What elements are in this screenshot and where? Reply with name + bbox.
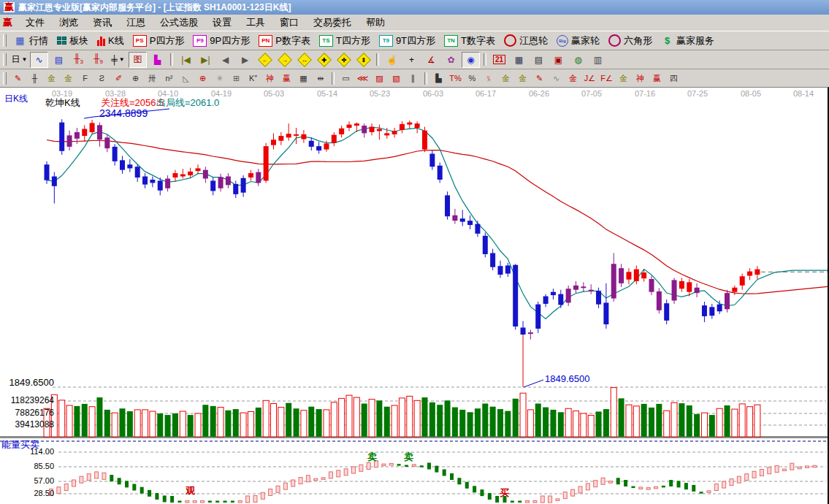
toolbar-button-t-number[interactable]: TNT数字表: [440, 34, 500, 48]
j-angle-button[interactable]: J∠: [581, 71, 598, 85]
percent-button[interactable]: %: [464, 71, 481, 85]
web-tool-button[interactable]: ⊞: [228, 71, 245, 85]
calendar-21-button[interactable]: 21: [490, 52, 508, 68]
toolbar-button-quotes[interactable]: ▦行情: [9, 34, 53, 48]
brush-tool-button[interactable]: ✐: [110, 71, 127, 85]
toolbar-button-winner-wheel[interactable]: Big赢家轮: [552, 34, 604, 48]
calculator-button[interactable]: ▦: [510, 52, 528, 68]
gold-red-button[interactable]: 金: [565, 71, 581, 85]
grid-small-button[interactable]: 卅: [144, 71, 161, 85]
candle-3-button[interactable]: ╫3: [69, 52, 88, 68]
menu-0[interactable]: 文件: [18, 15, 52, 29]
menu-5[interactable]: 设置: [205, 15, 239, 29]
angle-a-button[interactable]: ◺: [177, 71, 194, 85]
fan-lines-button[interactable]: ⋘: [354, 71, 371, 85]
printer-button[interactable]: ▥: [589, 52, 607, 68]
f-grid-button[interactable]: F: [77, 71, 93, 85]
info-panel-icon: ▤: [55, 55, 63, 65]
span-arrow-button[interactable]: ⇹: [312, 71, 329, 85]
toolbar-button-9t-square[interactable]: T99T四方形: [375, 34, 440, 48]
toolbar-button-kline[interactable]: K线: [93, 34, 129, 48]
zoom-horizontal-button[interactable]: ↔: [295, 52, 313, 68]
candle-9-button[interactable]: ╫9: [89, 52, 107, 68]
toolbar-separator: [332, 72, 335, 85]
go-next-button[interactable]: ▶: [236, 52, 254, 68]
gold-grid-1-button[interactable]: 金: [43, 71, 60, 85]
hand-tool-button[interactable]: ☝: [383, 52, 401, 68]
toolbar-button-winner-service[interactable]: $赢家服务: [657, 34, 719, 48]
save-disk-button[interactable]: ▣: [549, 52, 568, 68]
crosshair-tool-button[interactable]: +: [402, 52, 421, 68]
shen-tool-button[interactable]: 神: [261, 71, 278, 85]
go-prev-button[interactable]: ◀: [216, 52, 234, 68]
menu-7[interactable]: 窗口: [272, 15, 306, 29]
flower-tool-button[interactable]: ✿: [442, 52, 460, 68]
percent-lines-icon: ﹪: [485, 73, 493, 84]
percent-lines-button[interactable]: ﹪: [481, 71, 497, 85]
star-tool-button[interactable]: ✳: [211, 71, 228, 85]
menu-4[interactable]: 公式选股: [153, 15, 205, 29]
zoom-in-button[interactable]: ✚: [315, 52, 333, 68]
n-square-button[interactable]: n²: [161, 71, 177, 85]
trend-wave-button[interactable]: ∿: [30, 52, 48, 68]
menu-8[interactable]: 交易委托: [306, 15, 359, 29]
chart-canvas[interactable]: [0, 88, 828, 504]
box-tool-button[interactable]: ▭: [337, 71, 354, 85]
toolbar-button-p-square[interactable]: PSP四方形: [129, 34, 189, 48]
n-square-icon: n²: [166, 74, 173, 83]
toolbar-button-hexagon[interactable]: 六角形: [604, 34, 657, 48]
f-angle-button[interactable]: F∠: [598, 71, 615, 85]
pen-tool-button[interactable]: ✎: [9, 71, 26, 85]
k-note-button[interactable]: K″: [245, 71, 261, 85]
go-last-button[interactable]: ▶|: [196, 52, 215, 68]
toolbar-button-label: T数字表: [461, 34, 495, 47]
target-tool-button[interactable]: ⊕: [194, 71, 211, 85]
title-bar[interactable]: 赢 赢家江恩专业版[赢家内部服务平台] - [上证指数 SH1A0001-123…: [0, 0, 829, 15]
ying-angle-button[interactable]: 赢: [649, 71, 665, 85]
gann-grid-button[interactable]: ╫: [26, 71, 43, 85]
menu-3[interactable]: 江恩: [119, 15, 153, 29]
shen-angle-button[interactable]: 神: [632, 71, 649, 85]
zoom-right-button[interactable]: →: [275, 52, 294, 68]
wave-tool-button[interactable]: ∿: [548, 71, 565, 85]
menu-1[interactable]: 浏览: [52, 15, 85, 29]
toolbar-button-sectors[interactable]: 板块: [53, 34, 93, 48]
toolbar-button-t-square[interactable]: TST四方形: [315, 34, 375, 48]
parallel-lines-button[interactable]: ∥: [405, 71, 421, 85]
menu-6[interactable]: 工具: [239, 15, 272, 29]
grid-123-button[interactable]: ▦: [295, 71, 312, 85]
notebook-button[interactable]: ▤: [530, 52, 548, 68]
gold-angle-button[interactable]: 金: [615, 71, 632, 85]
menu-2[interactable]: 资讯: [85, 15, 119, 29]
toolbar-button-9p-square[interactable]: P99P四方形: [188, 34, 254, 48]
toolbar-button-gann-wheel[interactable]: 江恩轮: [500, 34, 552, 48]
go-first-button[interactable]: |◀: [177, 52, 195, 68]
zoom-vertical-button[interactable]: ⇕: [354, 52, 373, 68]
gold-circle-button[interactable]: 金: [497, 71, 514, 85]
ying-tool-button[interactable]: 赢: [278, 71, 295, 85]
signal-label-观: 观: [186, 484, 195, 497]
si-angle-button[interactable]: 四: [665, 71, 682, 85]
zoom-left-button[interactable]: ←: [256, 52, 274, 68]
menu-9[interactable]: 帮助: [359, 15, 392, 29]
period-day-button[interactable]: 日▼: [10, 52, 28, 68]
t-percent-button[interactable]: T%: [447, 71, 464, 85]
toolbar-button-p-number[interactable]: PNP数字表: [254, 34, 315, 48]
color-chart-button[interactable]: ▙: [148, 52, 167, 68]
circle-3-button[interactable]: ⊕: [127, 71, 144, 85]
volume-profile-button[interactable]: ▙: [430, 71, 447, 85]
s-grid-button[interactable]: Ƨ: [93, 71, 110, 85]
angle-tool-button[interactable]: ∡: [422, 52, 440, 68]
brain-tool-button[interactable]: ◉: [462, 52, 480, 68]
gold-grid-2-button[interactable]: 金: [60, 71, 77, 85]
red-grid-button[interactable]: ▨: [371, 71, 388, 85]
candle-style-button[interactable]: ╪▼: [109, 52, 127, 68]
gold-lines-button[interactable]: 金: [514, 71, 531, 85]
candle-brush-button[interactable]: ✎: [531, 71, 548, 85]
qiankun-toggle-button[interactable]: 图: [129, 52, 147, 68]
info-panel-button[interactable]: ▤: [50, 52, 68, 68]
zoom-all-button[interactable]: ✜: [335, 52, 353, 68]
gold-circle-icon: 金: [502, 73, 510, 84]
globe-save-button[interactable]: ◍: [569, 52, 587, 68]
red-pattern-button[interactable]: ▧: [388, 71, 405, 85]
